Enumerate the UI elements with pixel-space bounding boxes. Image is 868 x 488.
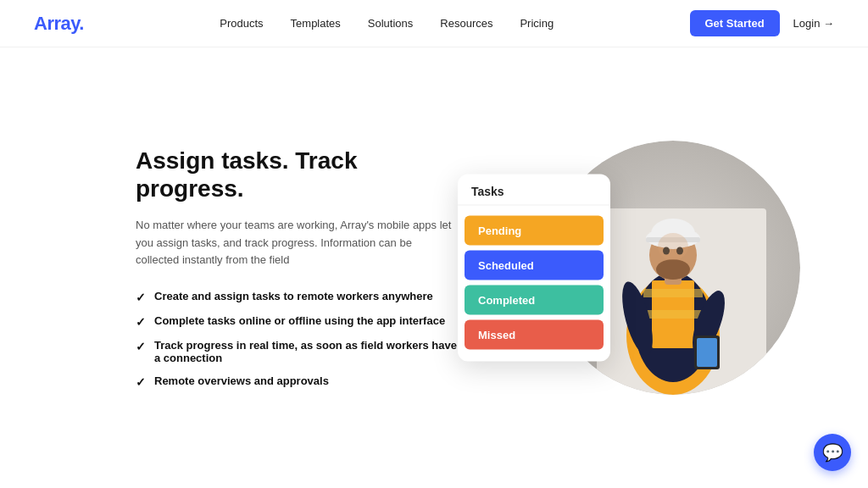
nav-pricing[interactable]: Pricing [520,17,554,30]
feature-text-2: Complete tasks online or offline using t… [154,314,445,327]
chat-button[interactable]: 💬 [814,434,851,471]
feature-item-1: ✓ Create and assign tasks to remote work… [136,290,458,304]
main-content: Assign tasks. Track progress. No matter … [0,47,868,488]
check-icon-1: ✓ [136,291,146,304]
task-completed[interactable]: Completed [465,286,604,315]
svg-point-19 [658,233,688,260]
feature-list: ✓ Create and assign tasks to remote work… [136,290,458,389]
svg-rect-6 [643,310,703,319]
left-section: Assign tasks. Track progress. No matter … [136,147,458,390]
task-scheduled[interactable]: Scheduled [465,251,604,280]
check-icon-4: ✓ [136,375,146,389]
tasks-card-title: Tasks [458,175,610,206]
navbar: Array. Products Templates Solutions Reso… [0,0,868,47]
task-pending[interactable]: Pending [465,216,604,246]
nav-resources[interactable]: Resources [440,17,492,30]
logo: Array. [34,13,84,35]
page-heading: Assign tasks. Track progress. [136,147,458,203]
svg-point-9 [656,259,690,280]
login-button[interactable]: Login → [793,17,834,30]
check-icon-3: ✓ [136,340,146,353]
feature-text-1: Create and assign tasks to remote worker… [154,290,433,302]
task-missed[interactable]: Missed [465,320,604,350]
feature-text-3: Track progress in real time, as soon as … [154,339,458,364]
nav-links: Products Templates Solutions Resources P… [220,17,554,30]
right-section: Tasks Pending Scheduled Completed Missed [458,107,800,429]
nav-solutions[interactable]: Solutions [368,17,413,30]
feature-text-4: Remote overviews and approvals [154,374,329,387]
check-icon-2: ✓ [136,315,146,329]
svg-rect-5 [643,289,703,297]
get-started-button[interactable]: Get Started [690,10,780,36]
tasks-card: Tasks Pending Scheduled Completed Missed [458,175,610,362]
hero-description: No matter where your teams are working, … [136,217,458,269]
feature-item-4: ✓ Remote overviews and approvals [136,374,458,389]
feature-item-3: ✓ Track progress in real time, as soon a… [136,339,458,364]
nav-products[interactable]: Products [220,17,263,30]
nav-actions: Get Started Login → [690,10,835,36]
chat-icon: 💬 [822,442,843,463]
nav-templates[interactable]: Templates [291,17,341,30]
feature-item-2: ✓ Complete tasks online or offline using… [136,314,458,329]
svg-rect-16 [697,338,717,367]
